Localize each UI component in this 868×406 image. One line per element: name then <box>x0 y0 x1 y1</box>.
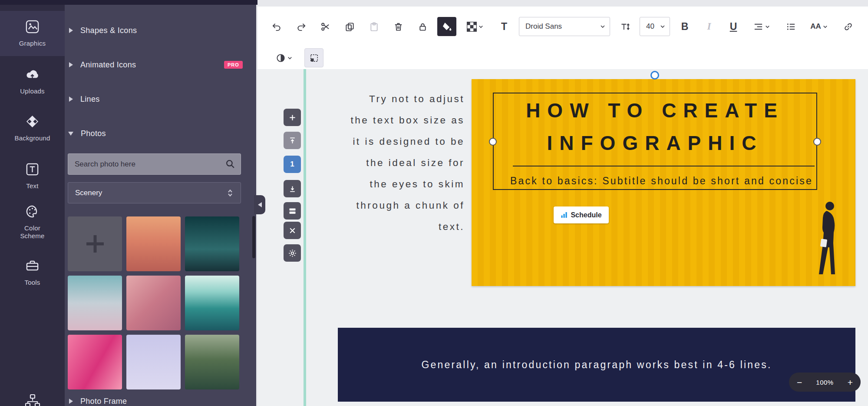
font-size-select[interactable]: 40 <box>640 17 670 36</box>
font-family-select[interactable]: Droid Sans <box>519 17 610 36</box>
chevron-right-icon <box>69 97 73 102</box>
move-page-up-button[interactable] <box>284 132 301 149</box>
add-photo-tile[interactable] <box>68 216 122 271</box>
trash-icon <box>393 22 403 32</box>
top-dark-strip <box>0 0 257 5</box>
sidebar-item-background[interactable]: Background <box>0 106 65 151</box>
workspace-divider <box>304 69 306 406</box>
align-icon <box>753 22 763 32</box>
photo-thumb-rose-fabric[interactable] <box>126 276 181 330</box>
editor-toolbar: T Droid Sans 40 B <box>257 7 868 69</box>
page-number-badge[interactable]: 1 <box>284 156 301 173</box>
paste-button[interactable] <box>364 17 383 36</box>
text-box-icon <box>25 162 40 178</box>
plus-icon <box>288 113 297 122</box>
sidebar-item-label: Uploads <box>20 87 44 95</box>
page-settings-button[interactable] <box>284 244 301 262</box>
sidebar-item-label: Graphics <box>19 40 46 47</box>
undo-button[interactable] <box>267 17 286 36</box>
arrow-to-top-icon <box>288 136 297 145</box>
section-photos[interactable]: Photos <box>65 125 256 142</box>
photo-thumb-pastel-haze[interactable] <box>68 276 122 330</box>
sidebar-item-label: Text <box>26 182 38 190</box>
chevron-right-icon <box>69 62 73 67</box>
photo-thumb-bridge-forest[interactable] <box>185 335 239 389</box>
align-button[interactable] <box>748 17 776 36</box>
schedule-button[interactable]: Schedule <box>554 206 609 223</box>
add-element-button[interactable] <box>284 109 301 126</box>
section-label: Shapes & Icons <box>80 26 137 35</box>
sidebar: Graphics Uploads <box>0 5 65 406</box>
sidebar-item-graphics[interactable]: Graphics <box>0 11 65 56</box>
text-color-button[interactable]: T <box>495 17 514 36</box>
gear-icon <box>288 249 297 258</box>
move-page-down-button[interactable] <box>284 180 301 197</box>
rows-icon <box>288 206 297 216</box>
walking-person-photo <box>815 199 842 286</box>
pattern-button[interactable] <box>462 17 489 36</box>
title-text-box[interactable]: HOW TO CREATE INFOGRAPHIC Back to basics… <box>493 93 817 190</box>
fill-color-button[interactable] <box>437 17 456 36</box>
section-label: Animated Icons <box>80 60 136 70</box>
font-size-icon <box>620 22 630 32</box>
section-animated-icons[interactable]: Animated Icons PRO <box>65 57 256 73</box>
section-photo-frame[interactable]: Photo Frame <box>65 393 256 406</box>
chevron-down-icon <box>68 132 73 136</box>
font-family-value: Droid Sans <box>525 22 562 31</box>
page-layout-button[interactable] <box>284 202 301 220</box>
delete-button[interactable] <box>389 17 408 36</box>
link-icon <box>843 22 853 32</box>
photo-thumb-dark-teal[interactable] <box>185 216 239 271</box>
zoom-in-button[interactable]: + <box>848 378 853 387</box>
sidebar-item-label: Color Scheme <box>13 224 53 240</box>
redo-button[interactable] <box>291 17 310 36</box>
position-button[interactable] <box>304 48 323 67</box>
link-button[interactable] <box>838 17 858 36</box>
rotation-handle[interactable] <box>650 71 659 80</box>
select-chevrons-icon <box>225 188 235 198</box>
list-button[interactable] <box>781 17 800 36</box>
sidebar-item-flowchart[interactable] <box>24 394 41 406</box>
chevron-down-icon <box>764 23 771 30</box>
resize-handle-right[interactable] <box>813 138 821 146</box>
canvas-area[interactable]: 1 Try not to adjust the text box size as… <box>257 69 868 406</box>
photo-thumb-lavender-sky[interactable] <box>126 335 181 389</box>
selected-category: Scenery <box>75 189 102 197</box>
sidebar-item-text[interactable]: Text <box>0 153 65 199</box>
copy-button[interactable] <box>340 17 359 36</box>
panel-scrollbar[interactable] <box>252 216 255 258</box>
sitemap-icon <box>24 404 41 406</box>
font-size-button[interactable] <box>615 17 634 36</box>
sidebar-item-tools[interactable]: Tools <box>0 250 65 295</box>
bold-button[interactable]: B <box>675 17 694 36</box>
plus-icon <box>81 230 109 258</box>
lock-button[interactable] <box>413 17 432 36</box>
section-lines[interactable]: Lines <box>65 91 256 107</box>
shape-style-button[interactable] <box>271 48 298 67</box>
delete-page-button[interactable] <box>284 222 301 239</box>
photo-thumb-mountain-lake[interactable] <box>185 276 239 330</box>
italic-button[interactable]: I <box>700 17 719 36</box>
chevron-right-icon <box>69 399 73 404</box>
photo-thumb-magenta-waves[interactable] <box>68 335 122 389</box>
section-shapes-icons[interactable]: Shapes & Icons <box>65 22 256 39</box>
intro-text-block[interactable]: Generally, an introduction paragraph wor… <box>338 328 855 402</box>
photo-category-select[interactable]: Scenery <box>68 182 241 203</box>
sidebar-item-uploads[interactable]: Uploads <box>0 59 65 104</box>
zoom-out-button[interactable]: − <box>797 378 802 387</box>
pattern-checker-icon <box>467 22 477 32</box>
photo-thumb-palm-sunset[interactable] <box>126 216 181 271</box>
close-icon <box>288 226 297 235</box>
design-paragraph-text[interactable]: Try not to adjust the text box size as i… <box>347 88 465 237</box>
resize-handle-left[interactable] <box>489 138 497 146</box>
palette-icon <box>25 204 40 220</box>
text-case-button[interactable]: AA <box>805 17 833 36</box>
sidebar-item-color-scheme[interactable]: Color Scheme <box>0 197 65 247</box>
banner-image[interactable]: HOW TO CREATE INFOGRAPHIC Back to basics… <box>472 79 855 286</box>
panel-collapse-handle[interactable] <box>254 195 265 214</box>
paste-icon <box>369 22 379 32</box>
photo-search-input[interactable] <box>68 153 241 175</box>
toolbox-icon <box>25 259 40 275</box>
cut-button[interactable] <box>316 17 335 36</box>
underline-button[interactable]: U <box>724 17 743 36</box>
